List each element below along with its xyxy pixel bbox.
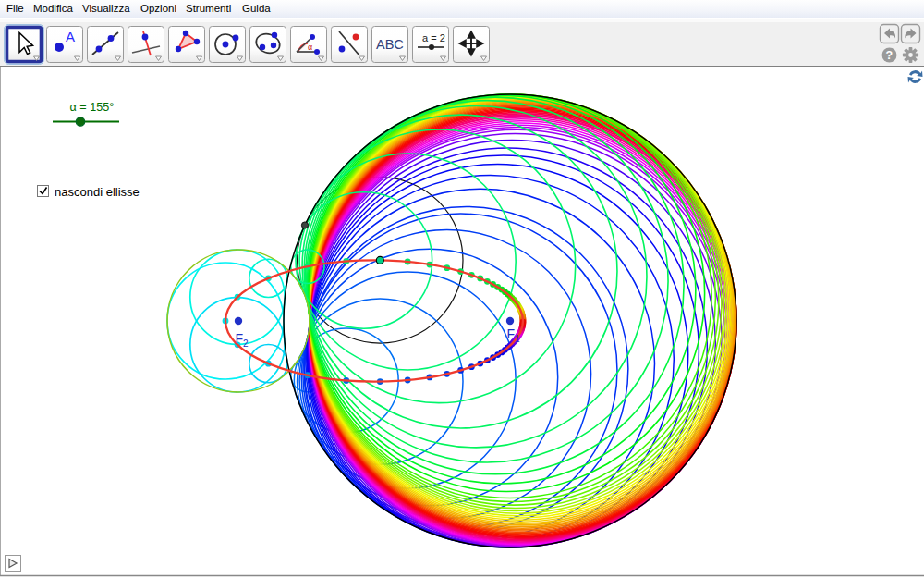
svg-text:A: A bbox=[66, 29, 75, 44]
svg-text:a = 2: a = 2 bbox=[422, 32, 445, 43]
svg-text:α = 155°: α = 155° bbox=[70, 101, 115, 114]
svg-text:α: α bbox=[308, 43, 312, 52]
svg-text:?: ? bbox=[886, 49, 894, 62]
svg-text:nascondi ellisse: nascondi ellisse bbox=[55, 185, 140, 199]
svg-text:ABC: ABC bbox=[376, 37, 404, 52]
